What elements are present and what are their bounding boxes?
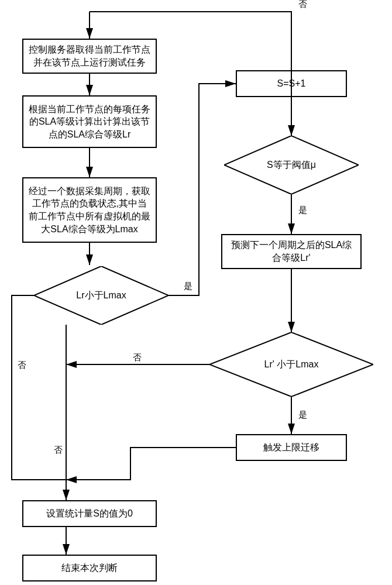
node-text: 根据当前工作节点的每项任务的SLA等级计算出计算出该节点的SLA综合等级Lr bbox=[28, 103, 151, 141]
decision-lr-lt-lmax: Lr小于Lmax bbox=[34, 266, 169, 325]
process-compute-lr: 根据当前工作节点的每项任务的SLA等级计算出计算出该节点的SLA综合等级Lr bbox=[22, 95, 157, 148]
process-acquire-node: 控制服务器取得当前工作节点并在该节点上运行测试任务 bbox=[22, 39, 157, 74]
process-collect-load: 经过一个数据采集周期，获取工作节点的负载状态,其中当前工作节点中所有虚拟机的最大… bbox=[22, 177, 157, 243]
decision-text: Lr小于Lmax bbox=[59, 290, 143, 302]
decision-text: S等于阀值μ bbox=[249, 159, 333, 171]
process-end: 结束本次判断 bbox=[22, 555, 157, 581]
process-reset-s: 设置统计量S的值为0 bbox=[22, 500, 157, 527]
label-d1-yes: 是 bbox=[183, 281, 194, 292]
node-text: 结束本次判断 bbox=[61, 562, 118, 574]
label-d3-no: 否 bbox=[132, 352, 143, 363]
node-text: 预测下一个周期之后的SLA综合等级Lr' bbox=[227, 239, 356, 264]
node-text: 经过一个数据采集周期，获取工作节点的负载状态,其中当前工作节点中所有虚拟机的最大… bbox=[28, 185, 151, 235]
decision-text: Lr' 小于Lmax bbox=[247, 359, 336, 371]
process-increment-s: S=S+1 bbox=[236, 70, 347, 97]
decision-lrprime-lt-lmax: Lr' 小于Lmax bbox=[209, 332, 373, 397]
process-predict-lr-prime: 预测下一个周期之后的SLA综合等级Lr' bbox=[221, 234, 362, 269]
label-d2-yes: 是 bbox=[297, 205, 308, 216]
label-d2-no: 否 bbox=[297, 0, 308, 10]
label-d1-no-left: 否 bbox=[16, 360, 27, 371]
label-d1-no-below: 否 bbox=[53, 445, 64, 456]
label-d3-yes: 是 bbox=[297, 410, 308, 421]
node-text: 控制服务器取得当前工作节点并在该节点上运行测试任务 bbox=[28, 43, 151, 68]
node-text: 设置统计量S的值为0 bbox=[46, 507, 133, 520]
process-trigger-migration: 触发上限迁移 bbox=[236, 434, 347, 461]
node-text: S=S+1 bbox=[277, 77, 306, 90]
node-text: 触发上限迁移 bbox=[263, 441, 319, 454]
decision-s-eq-mu: S等于阀值μ bbox=[224, 136, 359, 194]
